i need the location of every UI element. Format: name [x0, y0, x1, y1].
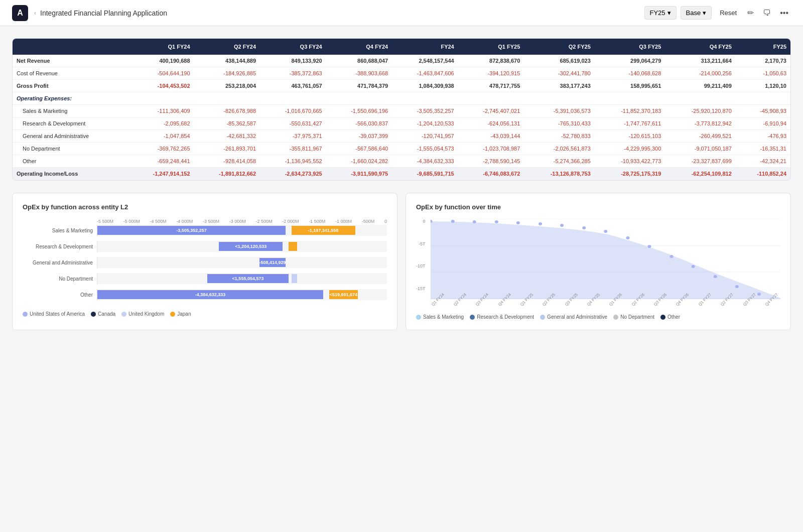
- page-title: Integrated Financial Planning Applicatio…: [40, 9, 167, 17]
- bar-row-sales-marketing: Sales & Marketing -3,505,352,257 -1,197,…: [23, 225, 387, 236]
- row-value: [458, 92, 524, 105]
- row-value: -6,746,083,672: [458, 168, 524, 180]
- comment-button[interactable]: 🗨: [760, 6, 773, 20]
- y-axis-labels: 0 -5T -10T -15T: [416, 219, 428, 299]
- row-label: Research & Development: [13, 117, 128, 130]
- bar-label-rd: Research & Development: [23, 244, 93, 249]
- row-value: -11,852,370,183: [595, 105, 665, 117]
- row-value: -550,631,427: [260, 117, 326, 130]
- table-row: No Department-369,762,265-261,893,701-35…: [13, 143, 790, 155]
- table-row: Other-659,248,441-928,414,058-1,136,945,…: [13, 155, 790, 168]
- app-header: A ‹ Integrated Financial Planning Applic…: [0, 0, 803, 26]
- legend-dot-japan: [170, 312, 175, 317]
- row-value: -5,274,366,285: [524, 155, 595, 168]
- bar-area-other: -4,384,632,333 <519,691,674: [97, 289, 387, 300]
- row-value: -1,050,63: [736, 67, 790, 80]
- back-arrow[interactable]: ‹: [34, 10, 36, 17]
- row-label: Operating Income/Loss: [13, 168, 128, 180]
- row-value: -369,762,265: [128, 143, 194, 155]
- row-value: -659,248,441: [128, 155, 194, 168]
- col-fy25: FY25: [736, 39, 790, 55]
- row-value: 478,717,755: [458, 80, 524, 92]
- row-value: 158,995,651: [595, 80, 665, 92]
- legend-label-usa: United States of America: [30, 311, 85, 317]
- row-value: -120,741,957: [392, 130, 458, 143]
- more-button[interactable]: •••: [777, 6, 791, 20]
- row-label: Sales & Marketing: [13, 105, 128, 117]
- legend-dot-sm: [416, 315, 421, 320]
- row-value: [736, 92, 790, 105]
- row-value: 849,133,920: [260, 55, 326, 67]
- col-fy24: FY24: [392, 39, 458, 55]
- legend-ga-line: General and Administrative: [540, 314, 607, 320]
- bar-label-nd: No Department: [23, 276, 93, 282]
- row-value: 383,177,243: [524, 80, 595, 92]
- legend-canada: Canada: [91, 311, 115, 317]
- row-value: -62,254,109,812: [665, 168, 736, 180]
- legend-dot-ga: [540, 315, 545, 320]
- row-value: 1,084,309,938: [392, 80, 458, 92]
- row-label: Net Revenue: [13, 55, 128, 67]
- legend-dot-other: [660, 315, 665, 320]
- chart-fill-area: [431, 221, 780, 299]
- table-row: General and Administrative-1,047,854-42,…: [13, 130, 790, 143]
- chart-dot-3: [472, 220, 476, 223]
- row-value: -1,660,024,282: [326, 155, 392, 168]
- bar-area-sm: -3,505,352,257 -1,197,341,558: [97, 225, 387, 236]
- row-value: 860,688,047: [326, 55, 392, 67]
- table-header: Q1 FY24 Q2 FY24 Q3 FY24 Q4 FY24 FY24 Q1 …: [13, 39, 790, 55]
- row-value: -42,324,21: [736, 155, 790, 168]
- row-value: 438,144,889: [194, 55, 260, 67]
- line-chart-card: OpEx by function over time 0 -5T -10T -1…: [406, 193, 791, 330]
- row-value: -1,555,054,573: [392, 143, 458, 155]
- chart-dot-14: [713, 275, 717, 278]
- row-value: -302,441,780: [524, 67, 595, 80]
- table-body: Net Revenue400,190,688438,144,889849,133…: [13, 55, 790, 180]
- row-value: -25,920,120,870: [665, 105, 736, 117]
- chart-dot-6: [539, 222, 542, 225]
- header-right: FY25 ▾ Base ▾ Reset ✏ 🗨 •••: [644, 6, 791, 20]
- edit-button[interactable]: ✏: [745, 6, 756, 20]
- col-q4fy25: Q4 FY25: [665, 39, 736, 55]
- chart-dot-2: [451, 220, 454, 223]
- row-value: -45,908,93: [736, 105, 790, 117]
- legend-dot-usa: [23, 312, 28, 317]
- line-chart-area: Q1 FY24 Q2 FY24 Q3 FY24 Q4 FY24 Q1 FY25 …: [431, 219, 780, 308]
- bar-label-other: Other: [23, 292, 93, 298]
- row-value: -504,644,190: [128, 67, 194, 80]
- col-q2fy24: Q2 FY24: [194, 39, 260, 55]
- base-dropdown[interactable]: Base ▾: [681, 6, 712, 20]
- row-value: [665, 92, 736, 105]
- app-logo: A: [12, 5, 28, 21]
- bar-seg-sm-1: -3,505,352,257: [97, 226, 286, 235]
- legend-usa: United States of America: [23, 311, 85, 317]
- fy-dropdown[interactable]: FY25 ▾: [644, 6, 677, 20]
- row-value: -1,047,854: [128, 130, 194, 143]
- row-value: 1,120,10: [736, 80, 790, 92]
- row-value: -120,615,103: [595, 130, 665, 143]
- row-value: 471,784,379: [326, 80, 392, 92]
- row-label: Operating Expenses:: [13, 92, 128, 105]
- col-q1fy25: Q1 FY25: [458, 39, 524, 55]
- row-value: -826,678,988: [194, 105, 260, 117]
- row-value: [595, 92, 665, 105]
- bar-row-other: Other -4,384,632,333 <519,691,674: [23, 289, 387, 300]
- bar-row-g&a: General and Administrative -508,414,929: [23, 257, 387, 268]
- x-axis-labels: Q1 FY24 Q2 FY24 Q3 FY24 Q4 FY24 Q1 FY25 …: [431, 302, 780, 308]
- chart-dot-10: [626, 236, 629, 239]
- row-value: -2,634,273,925: [260, 168, 326, 180]
- bar-chart-card: OpEx by function across entity L2 -5 500…: [12, 193, 397, 330]
- chart-dot-15: [735, 285, 738, 288]
- legend-dot-canada: [91, 312, 96, 317]
- chart-dot-13: [691, 265, 695, 268]
- table-row: Operating Income/Loss-1,247,914,152-1,89…: [13, 168, 790, 180]
- bar-area-nd: <1,555,054,573: [97, 273, 387, 284]
- legend-label-uk: United Kingdom: [128, 311, 164, 317]
- row-label: Other: [13, 155, 128, 168]
- header-left: A ‹ Integrated Financial Planning Applic…: [12, 5, 167, 21]
- reset-button[interactable]: Reset: [716, 7, 741, 19]
- line-chart-wrapper: 0 -5T -10T -15T: [416, 219, 780, 308]
- comment-icon: 🗨: [763, 9, 771, 17]
- chart-dot-9: [604, 230, 607, 233]
- row-value: -5,391,036,573: [524, 105, 595, 117]
